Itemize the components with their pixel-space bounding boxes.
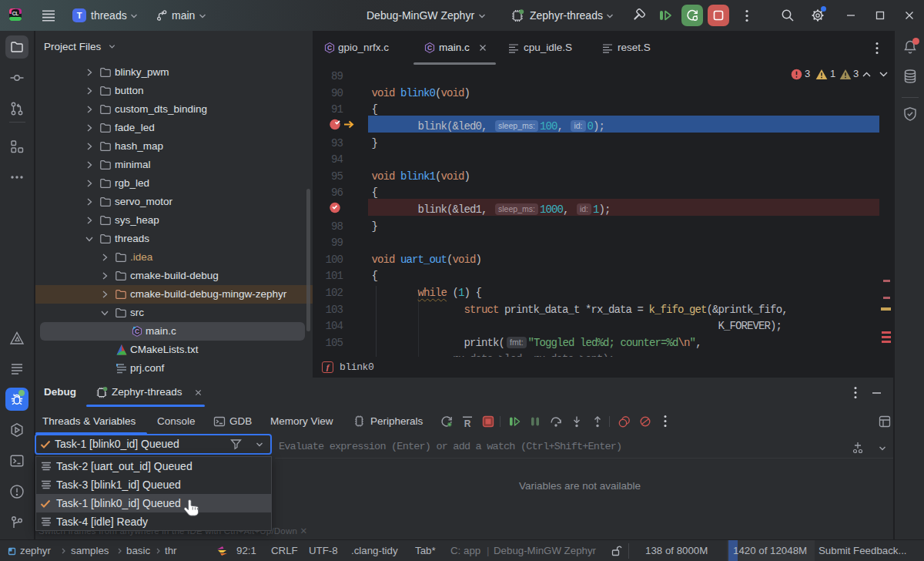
svg-text:C: C bbox=[135, 328, 139, 335]
svg-text:R: R bbox=[464, 418, 471, 428]
